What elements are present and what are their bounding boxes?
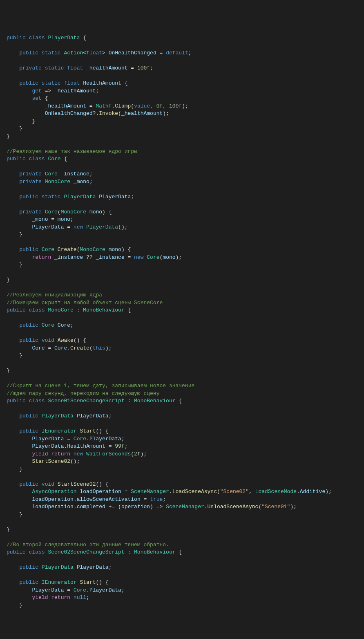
code-line[interactable]: } <box>7 602 357 610</box>
code-line[interactable]: public PlayerData PlayerData; <box>7 413 357 420</box>
code-line[interactable]: Core = Core.Create(this); <box>7 345 357 352</box>
token-punc <box>7 481 19 487</box>
token-punc: . <box>204 504 208 510</box>
token-method: Start <box>80 428 96 434</box>
token-punc: { <box>175 549 182 555</box>
code-line[interactable]: private Core _instance; <box>7 170 357 178</box>
code-line[interactable]: public class MonoCore : MonoBehaviour { <box>7 307 357 314</box>
code-line[interactable]: } <box>7 133 357 141</box>
code-line[interactable]: PlayerData = Core.PlayerData; <box>7 435 357 443</box>
code-line[interactable]: public class Core { <box>7 155 357 163</box>
code-line[interactable]: AsyncOperation loadOperation = SceneMana… <box>7 488 357 496</box>
code-line[interactable] <box>7 405 357 413</box>
code-line[interactable]: PlayerData = Core.PlayerData; <box>7 587 357 594</box>
code-line[interactable] <box>7 534 357 541</box>
token-kw: new <box>134 254 147 260</box>
code-line[interactable]: PlayerData.HealthAmount = 99f; <box>7 443 357 451</box>
token-punc <box>7 194 19 200</box>
code-line[interactable] <box>7 375 357 383</box>
code-line[interactable] <box>7 420 357 428</box>
code-line[interactable]: StartScene02(); <box>7 458 357 466</box>
code-line[interactable] <box>7 57 357 65</box>
code-line[interactable] <box>7 163 357 171</box>
code-line[interactable]: private static float _healthAmount = 100… <box>7 65 357 72</box>
code-line[interactable] <box>7 330 357 337</box>
token-punc <box>7 179 19 185</box>
code-line[interactable]: //Реализуем инициализацию ядра <box>7 291 357 299</box>
code-line[interactable]: //ждем пару секунд, переходим на следующ… <box>7 390 357 398</box>
token-method: Awake <box>58 337 74 343</box>
token-var: OnHealthChanged <box>45 110 93 117</box>
code-line[interactable] <box>7 269 357 277</box>
token-punc: ( <box>118 110 121 117</box>
code-line[interactable] <box>7 239 357 247</box>
code-line[interactable] <box>7 572 357 579</box>
code-line[interactable]: _healthAmount = Mathf.Clamp(value, 0f, 1… <box>7 103 357 110</box>
code-line[interactable]: public IEnumerator Start() { <box>7 428 357 435</box>
token-punc: ; <box>89 179 93 185</box>
code-line[interactable]: } <box>7 231 357 239</box>
code-line[interactable]: public PlayerData PlayerData; <box>7 564 357 572</box>
token-punc: . <box>74 504 77 510</box>
code-line[interactable]: public static float HealthAmount { <box>7 80 357 87</box>
code-line[interactable] <box>7 518 357 526</box>
code-line[interactable]: OnHealthChanged?.Invoke(_healthAmount); <box>7 110 357 118</box>
code-line[interactable]: } <box>7 125 357 133</box>
token-punc: { <box>80 35 86 41</box>
code-line[interactable]: yield return new WaitForSeconds(2f); <box>7 451 357 458</box>
token-kw: private <box>19 171 45 177</box>
code-line[interactable] <box>7 72 357 80</box>
token-punc: ); <box>182 103 188 109</box>
code-line[interactable]: yield return null; <box>7 594 357 602</box>
code-line[interactable]: public IEnumerator Start() { <box>7 579 357 587</box>
token-ctrl: yield <box>32 594 51 601</box>
token-punc: . <box>67 345 70 351</box>
code-line[interactable] <box>7 473 357 481</box>
code-line[interactable]: public class PlayerData { <box>7 34 357 42</box>
code-line[interactable] <box>7 201 357 209</box>
token-punc <box>7 88 32 94</box>
code-line[interactable]: loadOperation.allowSceneActivation = tru… <box>7 496 357 504</box>
code-line[interactable]: //Скрипт на сцене 1, тянем дату, записыы… <box>7 382 357 390</box>
code-line[interactable]: PlayerData = new PlayerData(); <box>7 224 357 231</box>
code-line[interactable] <box>7 284 357 292</box>
code-line[interactable]: } <box>7 367 357 375</box>
code-line[interactable] <box>7 556 357 564</box>
token-kw: true <box>150 496 163 502</box>
token-punc: ; <box>121 587 125 593</box>
code-line[interactable] <box>7 186 357 193</box>
code-line[interactable]: //Помещаем скрипт на любой объект сцены … <box>7 299 357 307</box>
code-line[interactable]: } <box>7 352 357 360</box>
code-line[interactable]: public Core Core; <box>7 322 357 330</box>
code-line[interactable]: get => _healthAmount; <box>7 87 357 95</box>
code-line[interactable]: //Во второй следовательно эти данные тян… <box>7 541 357 549</box>
code-line[interactable]: public void Awake() { <box>7 337 357 345</box>
code-line[interactable]: } <box>7 511 357 519</box>
code-line[interactable] <box>7 360 357 368</box>
code-line[interactable]: //Реализуем наше так называемое ядро игр… <box>7 148 357 156</box>
code-line[interactable]: private Core(MonoCore mono) { <box>7 209 357 216</box>
code-line[interactable] <box>7 42 357 50</box>
code-line[interactable]: } <box>7 276 357 284</box>
code-line[interactable]: public class Scene01SceneChangeScript : … <box>7 397 357 405</box>
code-line[interactable]: public class Scene02SceneChangeScript : … <box>7 549 357 556</box>
code-line[interactable]: } <box>7 118 357 126</box>
code-line[interactable]: public static Action<float> OnHealthChan… <box>7 49 357 57</box>
code-line[interactable]: public static PlayerData PlayerData; <box>7 193 357 201</box>
token-type: Core <box>48 156 60 162</box>
code-line[interactable]: private MonoCore _mono; <box>7 178 357 186</box>
code-line[interactable]: _mono = mono; <box>7 216 357 224</box>
code-line[interactable]: public void StartScene02() { <box>7 481 357 489</box>
code-line[interactable] <box>7 140 357 148</box>
code-line[interactable]: loadOperation.completed += (operation) =… <box>7 503 357 511</box>
code-line[interactable]: } <box>7 526 357 534</box>
token-punc <box>7 247 19 253</box>
code-line[interactable]: } <box>7 261 357 269</box>
code-editor-content[interactable]: public class PlayerData { public static … <box>7 34 357 609</box>
code-line[interactable]: public Core Create(MonoCore mono) { <box>7 246 357 254</box>
token-type: IEnumerator <box>42 579 80 585</box>
code-line[interactable] <box>7 314 357 322</box>
code-line[interactable]: set { <box>7 95 357 103</box>
code-line[interactable]: return _instance ?? _instance = new Core… <box>7 254 357 262</box>
code-line[interactable]: } <box>7 466 357 473</box>
